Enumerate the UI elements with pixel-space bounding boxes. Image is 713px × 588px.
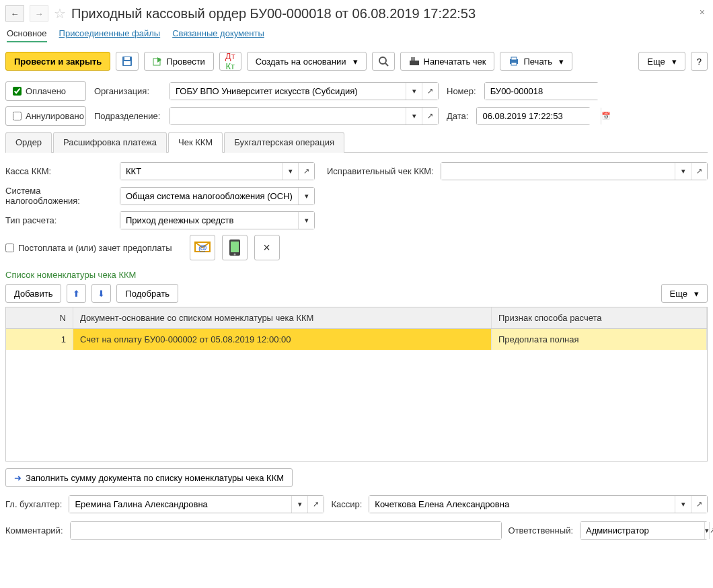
tab-accounting[interactable]: Бухгалтерская операция: [224, 132, 344, 153]
tab-order[interactable]: Ордер: [5, 132, 52, 153]
sms-button[interactable]: [222, 235, 248, 260]
section-title: Список номенклатуры чека ККМ: [5, 270, 708, 280]
subdiv-input[interactable]: [170, 108, 406, 124]
nav-related[interactable]: Связанные документы: [172, 28, 264, 42]
dropdown-icon[interactable]: ▾: [675, 496, 691, 513]
comment-label: Комментарий:: [5, 525, 63, 536]
close-icon[interactable]: ×: [700, 7, 705, 17]
nav-tabs: Основное Присоединенные файлы Связанные …: [5, 28, 708, 42]
print-receipt-button[interactable]: Напечатать чек: [400, 52, 495, 71]
page-title: Приходный кассовый ордер БУ00-000018 от …: [71, 6, 476, 22]
accountant-input[interactable]: [69, 496, 291, 513]
subdiv-label: Подразделение:: [94, 111, 161, 121]
post-and-close-button[interactable]: Провести и закрыть: [5, 52, 110, 71]
postpay-checkbox[interactable]: Постоплата и (или) зачет предоплаты: [5, 243, 172, 253]
responsible-label: Ответственный:: [509, 525, 573, 536]
open-icon[interactable]: ↗: [298, 163, 314, 180]
svg-rect-1: [124, 61, 130, 65]
star-icon[interactable]: ☆: [54, 5, 66, 22]
tax-input[interactable]: [120, 188, 298, 205]
dropdown-icon[interactable]: ▾: [298, 212, 314, 229]
arrow-up-icon: ⬆: [73, 289, 80, 299]
move-up-button[interactable]: ⬆: [67, 284, 86, 303]
date-label: Дата:: [447, 111, 468, 121]
nav-forward[interactable]: →: [30, 5, 48, 22]
dropdown-icon[interactable]: ▾: [675, 163, 691, 180]
org-label: Организация:: [94, 86, 161, 96]
post-icon: [153, 57, 162, 66]
open-icon[interactable]: ↗: [422, 108, 438, 124]
cashier-label: Кассир:: [331, 499, 362, 509]
dropdown-icon[interactable]: ▾: [704, 522, 709, 539]
search-button[interactable]: [372, 52, 395, 71]
correct-label: Исправительный чек ККМ:: [327, 166, 434, 176]
help-button[interactable]: ?: [691, 52, 708, 71]
magnifier-icon: [378, 56, 389, 67]
tax-label: Система налогообложения:: [5, 186, 113, 206]
nav-back[interactable]: ←: [5, 5, 24, 22]
comment-input[interactable]: [71, 522, 501, 539]
select-button[interactable]: Подобрать: [116, 284, 178, 303]
responsible-input[interactable]: [580, 522, 704, 539]
open-icon[interactable]: ↗: [691, 163, 707, 180]
open-icon[interactable]: ↗: [422, 83, 438, 100]
nomenclature-table: N Документ-основание со списком номенкла…: [5, 307, 708, 462]
fill-sum-button[interactable]: ➜ Заполнить сумму документа по списку но…: [5, 468, 293, 487]
kassa-input[interactable]: [120, 163, 282, 180]
nav-main[interactable]: Основное: [7, 28, 47, 42]
svg-rect-9: [511, 57, 517, 60]
dropdown-icon[interactable]: ▾: [282, 163, 298, 180]
dropdown-icon[interactable]: ▾: [406, 83, 422, 100]
date-input[interactable]: [477, 108, 601, 124]
cashier-input[interactable]: [369, 496, 675, 513]
correct-input[interactable]: [441, 163, 675, 180]
org-input[interactable]: [170, 83, 406, 100]
svg-line-5: [385, 63, 388, 66]
calendar-icon[interactable]: 📅: [601, 108, 611, 124]
tab-decode[interactable]: Расшифровка платежа: [53, 132, 167, 153]
dropdown-icon[interactable]: ▾: [406, 108, 422, 124]
arrow-right-icon: ➜: [14, 473, 22, 483]
email-icon: @: [194, 240, 211, 255]
clear-button[interactable]: ×: [254, 235, 280, 260]
open-icon[interactable]: ↗: [691, 496, 707, 513]
arrow-down-icon: ⬇: [98, 289, 105, 299]
col-p[interactable]: Признак способа расчета: [492, 307, 707, 328]
col-doc[interactable]: Документ-основание со списком номенклату…: [73, 307, 492, 328]
svg-rect-2: [124, 57, 130, 60]
open-icon[interactable]: ↗: [709, 522, 713, 539]
create-based-button[interactable]: Создать на основании: [247, 52, 367, 71]
cancelled-checkbox[interactable]: Аннулировано: [5, 106, 86, 126]
more-button[interactable]: Еще: [638, 52, 685, 71]
kassa-label: Касса ККМ:: [5, 166, 113, 176]
nav-files[interactable]: Присоединенные файлы: [59, 28, 161, 42]
print-button[interactable]: Печать: [500, 52, 572, 71]
floppy-icon: [122, 56, 133, 67]
dt-kt-button[interactable]: ДтКт: [219, 52, 241, 71]
svg-rect-14: [231, 242, 239, 252]
type-label: Тип расчета:: [5, 215, 113, 225]
printer-icon: [509, 57, 519, 66]
phone-icon: [228, 239, 241, 256]
add-button[interactable]: Добавить: [5, 284, 61, 303]
dropdown-icon[interactable]: ▾: [298, 188, 314, 205]
svg-rect-7: [411, 57, 415, 61]
number-label: Номер:: [447, 86, 476, 96]
table-row[interactable]: 1 Счет на оплату БУ00-000002 от 05.08.20…: [6, 329, 707, 350]
tab-kkm[interactable]: Чек ККМ: [168, 132, 223, 153]
type-input[interactable]: [120, 212, 298, 229]
post-button[interactable]: Провести: [144, 52, 214, 71]
paid-checkbox[interactable]: Оплачено: [5, 81, 86, 101]
svg-rect-10: [511, 63, 517, 65]
svg-rect-6: [410, 61, 419, 65]
dropdown-icon[interactable]: ▾: [291, 496, 307, 513]
number-input[interactable]: [485, 83, 609, 100]
save-button[interactable]: [116, 52, 139, 71]
cash-register-icon: [409, 57, 420, 66]
table-more-button[interactable]: Еще: [661, 284, 708, 303]
move-down-button[interactable]: ⬇: [91, 284, 111, 303]
open-icon[interactable]: ↗: [307, 496, 324, 513]
email-button[interactable]: @: [190, 235, 215, 260]
svg-text:@: @: [198, 243, 207, 253]
col-n[interactable]: N: [6, 307, 73, 328]
